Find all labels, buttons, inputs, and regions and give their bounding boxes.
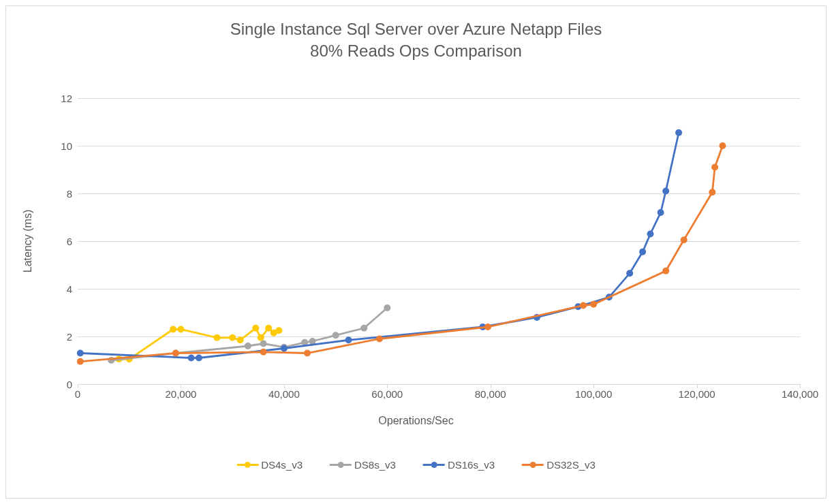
legend-label: DS8s_v3 [354,459,396,471]
y-tick-label: 4 [67,283,72,295]
plot-area: 024681012020,00040,00060,00080,000100,00… [78,98,800,384]
data-point [590,301,597,308]
legend-label: DS4s_v3 [261,459,303,471]
legend: DS4s_v3DS8s_v3DS16s_v3DS32S_v3 [236,459,596,471]
x-tick-label: 40,000 [268,388,300,400]
y-tick-label: 6 [67,236,72,247]
x-tick-label: 140,000 [782,388,818,400]
data-point [77,358,84,365]
y-axis-label: Latency (ms) [22,210,34,272]
chart-title-block: Single Instance Sql Server over Azure Ne… [6,6,826,63]
x-tick-label: 0 [75,388,80,400]
chart-subtitle: 80% Reads Ops Comparison [6,40,826,62]
x-tick-label: 100,000 [575,388,612,400]
legend-swatch [236,460,258,470]
data-point [580,302,587,309]
data-point [709,189,715,195]
gridline [78,384,800,385]
legend-item-DS16s_v3: DS16s_v3 [423,459,495,471]
legend-swatch [423,460,445,470]
x-tick-label: 20,000 [165,388,196,400]
series-DS32S_v3 [78,98,800,384]
data-point [662,268,669,274]
data-point [719,142,726,149]
legend-item-DS4s_v3: DS4s_v3 [236,459,303,471]
data-point [681,236,688,243]
x-tick-label: 80,000 [475,388,506,400]
data-point [172,350,179,357]
y-tick-label: 0 [67,379,72,390]
x-tick-label: 120,000 [678,388,715,400]
data-point [376,336,383,343]
chart-container: Single Instance Sql Server over Azure Ne… [5,5,827,499]
legend-swatch [330,460,352,470]
legend-label: DS32S_v3 [546,459,596,471]
data-point [484,324,491,330]
legend-label: DS16s_v3 [448,459,495,471]
legend-item-DS32S_v3: DS32S_v3 [522,459,596,471]
chart-title: Single Instance Sql Server over Azure Ne… [6,18,826,40]
legend-item-DS8s_v3: DS8s_v3 [330,459,396,471]
x-tick-label: 60,000 [371,388,403,400]
data-point [260,349,267,356]
data-point [304,350,311,357]
data-point [711,164,718,171]
y-tick-label: 12 [61,93,72,104]
y-tick-label: 10 [61,140,72,152]
y-tick-label: 8 [67,188,72,200]
legend-swatch [522,460,544,470]
y-tick-label: 2 [67,331,72,343]
x-axis-label: Operations/Sec [378,415,453,427]
